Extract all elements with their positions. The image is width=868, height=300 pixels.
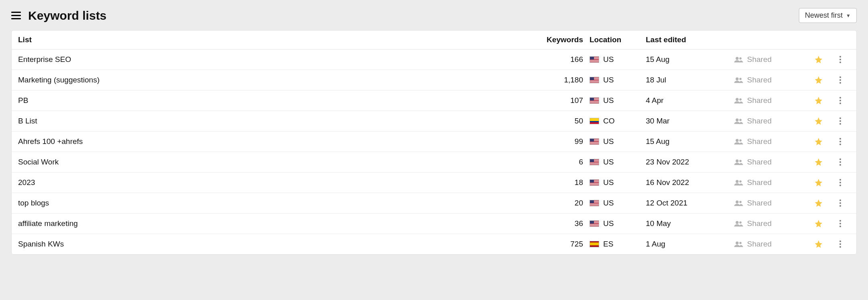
list-link[interactable]: affiliate marketing [18, 219, 78, 228]
more-actions-icon[interactable] [838, 177, 843, 188]
star-icon[interactable] [814, 178, 823, 187]
svg-point-3 [739, 78, 742, 80]
table-row: Social Work6US23 Nov 2022Shared [12, 152, 856, 173]
cell-actions [831, 136, 850, 147]
star-icon[interactable] [814, 76, 823, 84]
country-code: US [603, 137, 614, 146]
list-link[interactable]: Enterprise SEO [18, 55, 71, 64]
table-row: Enterprise SEO166US15 AugShared [12, 49, 856, 70]
cell-list-name: Spanish KWs [18, 240, 541, 249]
list-link[interactable]: PB [18, 96, 28, 105]
people-icon [734, 179, 743, 186]
cell-star [807, 178, 831, 187]
star-icon[interactable] [814, 199, 823, 208]
cell-shared: Shared [734, 240, 807, 249]
flag-icon [590, 77, 599, 83]
cell-shared: Shared [734, 76, 807, 84]
cell-shared: Shared [734, 158, 807, 166]
cell-keywords: 166 [541, 55, 590, 64]
country-code: US [603, 199, 614, 208]
list-link[interactable]: Social Work [18, 158, 59, 166]
more-actions-icon[interactable] [838, 157, 843, 167]
cell-list-name: Social Work [18, 158, 541, 166]
shared-label: Shared [747, 96, 772, 105]
more-actions-icon[interactable] [838, 95, 843, 106]
caret-down-icon: ▼ [846, 13, 851, 18]
country-code: ES [603, 240, 613, 249]
list-link[interactable]: Spanish KWs [18, 240, 64, 248]
cell-star [807, 158, 831, 166]
cell-star [807, 76, 831, 84]
table-row: 202318US16 Nov 2022Shared [12, 173, 856, 193]
cell-actions [831, 239, 850, 249]
flag-icon [590, 241, 599, 247]
people-icon [734, 241, 743, 247]
cell-star [807, 137, 831, 146]
country-code: US [603, 55, 614, 64]
more-actions-icon[interactable] [838, 218, 843, 229]
cell-actions [831, 198, 850, 208]
people-icon [734, 220, 743, 227]
star-icon[interactable] [814, 96, 823, 105]
people-icon [734, 118, 743, 124]
star-icon[interactable] [814, 55, 823, 64]
cell-actions [831, 157, 850, 167]
more-actions-icon[interactable] [838, 136, 843, 147]
cell-actions [831, 75, 850, 85]
star-icon[interactable] [814, 219, 823, 228]
list-link[interactable]: top blogs [18, 199, 49, 207]
sort-dropdown[interactable]: Newest first ▼ [799, 8, 857, 23]
country-code: US [603, 219, 614, 228]
table-row: affiliate marketing36US10 MayShared [12, 214, 856, 234]
svg-point-0 [736, 57, 739, 60]
cell-shared: Shared [734, 199, 807, 208]
cell-location: CO [590, 117, 646, 125]
people-icon [734, 77, 743, 83]
svg-point-8 [736, 139, 739, 142]
svg-point-10 [736, 160, 739, 162]
svg-point-18 [736, 242, 739, 245]
cell-last-edited: 15 Aug [646, 55, 734, 64]
cell-last-edited: 10 May [646, 219, 734, 228]
shared-label: Shared [747, 55, 772, 64]
star-icon[interactable] [814, 158, 823, 166]
list-link[interactable]: Marketing (suggestions) [18, 76, 100, 84]
flag-icon [590, 138, 599, 145]
star-icon[interactable] [814, 117, 823, 125]
cell-location: US [590, 96, 646, 105]
star-icon[interactable] [814, 137, 823, 146]
flag-icon [590, 56, 599, 63]
svg-point-11 [739, 160, 742, 162]
cell-shared: Shared [734, 96, 807, 105]
cell-keywords: 107 [541, 96, 590, 105]
star-icon[interactable] [814, 240, 823, 249]
cell-list-name: affiliate marketing [18, 219, 541, 228]
cell-shared: Shared [734, 219, 807, 228]
hamburger-menu-icon[interactable] [11, 11, 21, 21]
list-link[interactable]: Ahrefs 100 +ahrefs [18, 137, 83, 146]
cell-keywords: 50 [541, 117, 590, 125]
more-actions-icon[interactable] [838, 54, 843, 65]
more-actions-icon[interactable] [838, 75, 843, 85]
table-row: B List50CO30 MarShared [12, 111, 856, 132]
cell-actions [831, 95, 850, 106]
table-row: top blogs20US12 Oct 2021Shared [12, 193, 856, 214]
cell-location: ES [590, 240, 646, 249]
more-actions-icon[interactable] [838, 239, 843, 249]
list-link[interactable]: 2023 [18, 178, 35, 187]
header-left: Keyword lists [11, 9, 106, 23]
cell-actions [831, 54, 850, 65]
list-link[interactable]: B List [18, 117, 37, 125]
svg-point-4 [736, 98, 739, 101]
svg-point-12 [736, 180, 739, 183]
table-row: Spanish KWs725ES1 AugShared [12, 234, 856, 254]
people-icon [734, 159, 743, 165]
svg-point-19 [739, 242, 742, 245]
flag-icon [590, 97, 599, 104]
svg-point-6 [736, 119, 739, 121]
svg-point-7 [739, 119, 742, 121]
more-actions-icon[interactable] [838, 116, 843, 126]
more-actions-icon[interactable] [838, 198, 843, 208]
cell-star [807, 117, 831, 125]
svg-point-17 [739, 222, 742, 224]
